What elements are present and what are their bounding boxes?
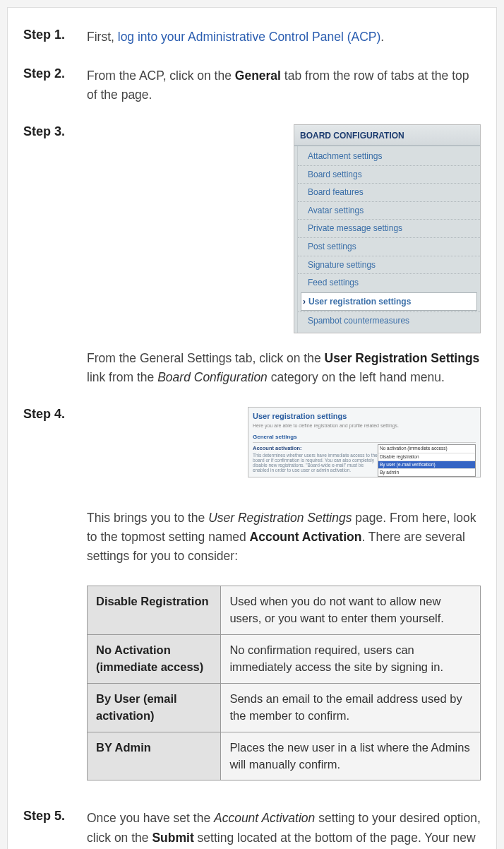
opt-key: No Activation (immediate access)	[88, 634, 221, 683]
s5-i: Account Activation	[214, 811, 315, 825]
step-3-body: BOARD CONFIGURATION Attachment settings …	[87, 124, 481, 387]
step-4-label: Step 4.	[23, 407, 87, 780]
table-row: No Activation (immediate access)No confi…	[88, 634, 481, 683]
opt-key: BY Admin	[88, 732, 221, 780]
s3-a: From the General Settings tab, click on …	[87, 351, 325, 365]
table-row: By User (email activation)Sends an email…	[88, 683, 481, 732]
opt-key: Disable Registration	[88, 586, 221, 635]
ss2-row: Account activation: This determines whet…	[253, 444, 476, 476]
step-4: Step 4. User registration settings Here …	[23, 407, 481, 780]
ss2-opt: By admin	[378, 468, 475, 476]
menu-item: Signature settings	[298, 256, 480, 274]
menu-item: Feed settings	[298, 273, 480, 292]
ss2-opt: No activation (immediate access)	[378, 445, 475, 452]
menu-item-highlight: User registration settings	[301, 292, 477, 311]
s3-c: category on the left hand menu.	[268, 370, 445, 384]
s3-bold: User Registration Settings	[325, 351, 480, 365]
user-reg-screenshot: User registration settings Here you are …	[248, 407, 481, 477]
opt-val: Used when you do not want to allow new u…	[221, 586, 481, 635]
step-1-pre: First,	[87, 30, 118, 44]
step-2-bold: General	[235, 69, 281, 83]
step-1-body: First, log into your Administrative Cont…	[87, 28, 481, 47]
menu-item: Post settings	[298, 237, 480, 256]
acp-login-link[interactable]: log into your Administrative Control Pan…	[118, 30, 381, 44]
s4-i: User Registration Settings	[208, 511, 352, 525]
ss2-acc-label: Account activation: This determines whet…	[253, 444, 378, 476]
step-5: Step 5. Once you have set the Account Ac…	[23, 809, 481, 849]
menu-item: Avatar settings	[298, 201, 480, 220]
step-1-label: Step 1.	[23, 28, 87, 47]
board-config-screenshot: BOARD CONFIGURATION Attachment settings …	[294, 124, 481, 333]
step-2-body: From the ACP, click on the General tab f…	[87, 66, 481, 105]
board-config-header: BOARD CONFIGURATION	[294, 125, 480, 146]
menu-item: Board settings	[298, 165, 480, 184]
ss2-acc-sub: This determines whether users have immed…	[253, 453, 378, 473]
step-1-post: .	[380, 30, 384, 44]
ss2-select: No activation (immediate access) Disable…	[378, 444, 476, 476]
s5-a: Once you have set the	[87, 811, 214, 825]
s3-italic: Board Configuration	[157, 370, 268, 384]
ss2-opt: Disable registration	[378, 453, 475, 461]
opt-val: Sends an email to the email address used…	[221, 683, 481, 732]
step-1: Step 1. First, log into your Administrat…	[23, 28, 481, 47]
ss2-opt-selected: By user (e-mail verification)	[378, 461, 475, 468]
instruction-document: Step 1. First, log into your Administrat…	[7, 7, 497, 849]
activation-options-table: Disable RegistrationUsed when you do not…	[87, 586, 481, 780]
ss2-sub: Here you are able to define registration…	[253, 422, 476, 430]
step-5-body: Once you have set the Account Activation…	[87, 809, 481, 849]
menu-item: Board features	[298, 183, 480, 201]
step-3-label: Step 3.	[23, 124, 87, 387]
s4-bold: Account Activation	[250, 530, 362, 544]
step-4-para: This brings you to the User Registration…	[87, 509, 481, 566]
s3-b: link from the	[87, 370, 157, 384]
menu-item: Private message settings	[298, 219, 480, 237]
s5-bold: Submit	[152, 831, 193, 845]
step-2: Step 2. From the ACP, click on the Gener…	[23, 66, 481, 105]
step-3-para: From the General Settings tab, click on …	[87, 349, 481, 387]
ss2-title: User registration settings	[253, 410, 476, 422]
s4-a: This brings you to the	[87, 511, 208, 525]
menu-item: Spambot countermeasures	[298, 311, 480, 330]
step-2-t1: From the ACP, click on the	[87, 69, 235, 83]
step-5-label: Step 5.	[23, 809, 87, 849]
menu-item: Attachment settings	[298, 148, 480, 165]
step-3: Step 3. BOARD CONFIGURATION Attachment s…	[23, 124, 481, 387]
ss2-general: General settings	[253, 433, 476, 443]
opt-key: By User (email activation)	[88, 683, 221, 732]
table-row: Disable RegistrationUsed when you do not…	[88, 586, 481, 635]
table-row: BY AdminPlaces the new user in a list wh…	[88, 732, 481, 780]
step-2-label: Step 2.	[23, 66, 87, 105]
board-config-menu: Attachment settings Board settings Board…	[297, 146, 480, 333]
opt-val: Places the new user in a list where the …	[221, 732, 481, 780]
step-4-body: User registration settings Here you are …	[87, 407, 481, 780]
ss2-acc-label-text: Account activation:	[253, 445, 302, 451]
opt-val: No confirmation required, users can imme…	[221, 634, 481, 683]
